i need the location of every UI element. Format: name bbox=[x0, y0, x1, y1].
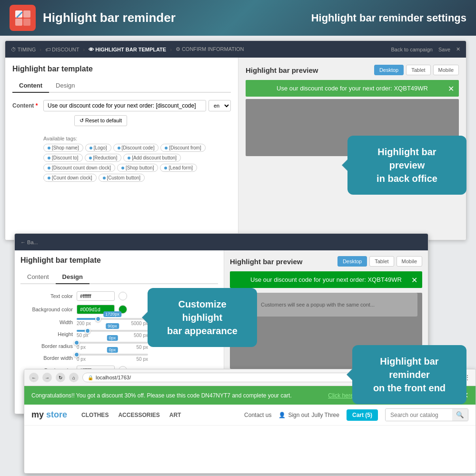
lang-select[interactable]: en bbox=[208, 100, 231, 111]
tag-reduction[interactable]: [Reduction] bbox=[85, 154, 122, 162]
home-button[interactable]: ⌂ bbox=[69, 373, 79, 382]
svg-rect-1 bbox=[15, 10, 22, 18]
breadcrumb-confirm[interactable]: ⚙ CONFIRM INFORMATION bbox=[176, 46, 244, 52]
breadcrumb-timing[interactable]: ⏱ TIMING bbox=[11, 47, 36, 52]
back-to-campaign-link[interactable]: Back to campaign bbox=[391, 47, 432, 52]
tag-discount-to[interactable]: [Discount to] bbox=[43, 154, 83, 162]
reset-button[interactable]: ↺ Reset to default bbox=[74, 115, 127, 126]
border-width-row: Border width 0px 0 px 50 px bbox=[20, 354, 218, 362]
header-settings-title: Highlight bar reminder settings bbox=[311, 12, 466, 24]
refresh-button[interactable]: ↻ bbox=[56, 373, 65, 382]
sc2-close[interactable]: ✕ bbox=[411, 275, 417, 284]
search-bar: 🔍 bbox=[385, 408, 468, 421]
user-icon: 👤 bbox=[278, 412, 286, 418]
save-link[interactable]: Save bbox=[438, 47, 450, 52]
tabs: Content Design bbox=[12, 79, 231, 93]
text-color-swatch[interactable] bbox=[119, 292, 127, 300]
tag-countdown[interactable]: [Discount count down clock] bbox=[43, 164, 115, 172]
tag-count-down[interactable]: [Count down clock] bbox=[43, 174, 97, 182]
contact-us: Contact us bbox=[244, 412, 271, 418]
sc2-tab-design[interactable]: Design bbox=[56, 270, 89, 284]
available-tags-label: Available tags: bbox=[43, 136, 231, 141]
tag-shop-btn[interactable]: [Shop button] bbox=[117, 164, 159, 172]
cart-button[interactable]: Cart (5) bbox=[347, 409, 378, 421]
highlight-bar-close[interactable]: ✕ bbox=[448, 84, 454, 93]
bubble2-text: Customize highlightbar appearance bbox=[167, 299, 238, 336]
sc2-highlight-bar: Use our discount code for your next orde… bbox=[230, 271, 422, 288]
header: Highlight bar reminder Highlight bar rem… bbox=[0, 0, 476, 36]
width-label: Width bbox=[20, 319, 73, 325]
lock-icon: 🔒 bbox=[88, 375, 93, 380]
height-badge: 90px bbox=[106, 323, 119, 329]
store-logo: my store bbox=[31, 410, 67, 420]
sc2-breadcrumb: ← Ba... bbox=[15, 234, 428, 250]
highlight-bar-text: Use our discount code for your next orde… bbox=[277, 85, 428, 92]
tag-add-discount[interactable]: [Add discount button] bbox=[123, 154, 181, 162]
user-area: 👤 Sign out Jully Three bbox=[278, 412, 339, 418]
sc2-tab-content[interactable]: Content bbox=[20, 270, 56, 284]
preview-header: Highlight bar preview Desktop Tablet Mob… bbox=[246, 65, 459, 75]
tag-logo[interactable]: [Logo] bbox=[85, 144, 111, 152]
store-menu: CLOTHES ACCESSORIES ART bbox=[81, 412, 181, 418]
user-name: Jully Three bbox=[312, 412, 339, 418]
bg-color-label: Background color bbox=[20, 307, 73, 312]
search-button[interactable]: 🔍 bbox=[452, 409, 468, 421]
content-label: Content * bbox=[12, 102, 43, 109]
menu-clothes[interactable]: CLOTHES bbox=[81, 412, 109, 418]
tag-discount-code[interactable]: [Discount code] bbox=[113, 144, 159, 152]
sc2-left-title: Highlight bar template bbox=[20, 256, 218, 265]
sc2-tabs: Content Design bbox=[20, 270, 218, 284]
header-logo bbox=[10, 5, 36, 31]
tab-design[interactable]: Design bbox=[49, 79, 81, 93]
preview-title: Highlight bar preview bbox=[246, 66, 318, 74]
forward-button[interactable]: → bbox=[42, 373, 52, 382]
breadcrumb-template[interactable]: 👁 HIGHLIGHT BAR TEMPLATE bbox=[89, 47, 166, 52]
svg-rect-3 bbox=[15, 19, 22, 26]
sc2-preview-header: Highlight bar preview Desktop Tablet Mob… bbox=[230, 256, 422, 267]
svg-rect-4 bbox=[23, 19, 30, 26]
sc2-preview-title: Highlight bar preview bbox=[230, 258, 303, 266]
back-button[interactable]: ← bbox=[29, 373, 39, 382]
view-tablet-btn[interactable]: Tablet bbox=[406, 65, 430, 75]
border-width-slider[interactable] bbox=[77, 354, 148, 356]
sc2-view-mobile[interactable]: Mobile bbox=[397, 256, 422, 267]
breadcrumb-discount[interactable]: 🏷 DISCOUNT bbox=[45, 47, 79, 52]
border-radius-slider[interactable] bbox=[77, 342, 148, 344]
tag-custom-btn[interactable]: [Custom button] bbox=[99, 174, 145, 182]
bubble-frontend: Highlight bar reminderon the front end bbox=[352, 345, 466, 404]
sc2-view-desktop[interactable]: Desktop bbox=[337, 256, 367, 267]
text-color-input[interactable] bbox=[77, 291, 115, 301]
tag-lead-form[interactable]: [Lead form] bbox=[160, 164, 197, 172]
height-slider[interactable] bbox=[77, 330, 148, 332]
store-nav: my store CLOTHES ACCESSORIES ART Contact… bbox=[24, 405, 476, 426]
discount-text: Congratulations!! You got a discount 30%… bbox=[31, 392, 292, 399]
url-text: localhost/1763/ bbox=[96, 375, 131, 380]
text-color-label: Text color bbox=[20, 293, 73, 299]
sc2-view-tablet[interactable]: Tablet bbox=[369, 256, 394, 267]
svg-rect-2 bbox=[23, 10, 30, 18]
view-desktop-btn[interactable]: Desktop bbox=[374, 65, 404, 75]
tag-shop-name[interactable]: [Shop name] bbox=[43, 144, 83, 152]
width-badge: 1720px bbox=[103, 311, 121, 317]
height-label: Height bbox=[20, 331, 73, 337]
content-input[interactable] bbox=[43, 100, 206, 111]
sign-out-link[interactable]: Sign out bbox=[288, 412, 309, 418]
sc1-left-panel: Highlight bar template Content Design Co… bbox=[5, 58, 238, 240]
view-mobile-btn[interactable]: Mobile bbox=[433, 65, 459, 75]
border-width-badge: 0px bbox=[107, 347, 118, 353]
breadcrumb-actions: Back to campaign Save ✕ bbox=[391, 46, 460, 52]
sc2-view-buttons: Desktop Tablet Mobile bbox=[337, 256, 422, 267]
sc2-highlight-text: Use our discount code for your next orde… bbox=[250, 276, 402, 283]
bubble-customize: Customize highlightbar appearance bbox=[148, 288, 257, 347]
bubble3-text: Highlight bar reminderon the front end bbox=[373, 356, 446, 393]
header-title: Highlight bar reminder bbox=[43, 10, 176, 25]
close-button[interactable]: ✕ bbox=[456, 46, 460, 52]
menu-art[interactable]: ART bbox=[169, 412, 181, 418]
menu-accessories[interactable]: ACCESSORIES bbox=[118, 412, 159, 418]
tag-discount-from[interactable]: [Discount from] bbox=[160, 144, 205, 152]
main-content: ⏱ TIMING › 🏷 DISCOUNT › 👁 HIGHLIGHT BAR … bbox=[0, 36, 476, 476]
tab-content[interactable]: Content bbox=[12, 79, 49, 93]
search-input[interactable] bbox=[386, 409, 452, 421]
bubble1-text: Highlight bar previewin back office bbox=[377, 147, 437, 184]
sc2-back[interactable]: ← Ba... bbox=[20, 239, 38, 245]
